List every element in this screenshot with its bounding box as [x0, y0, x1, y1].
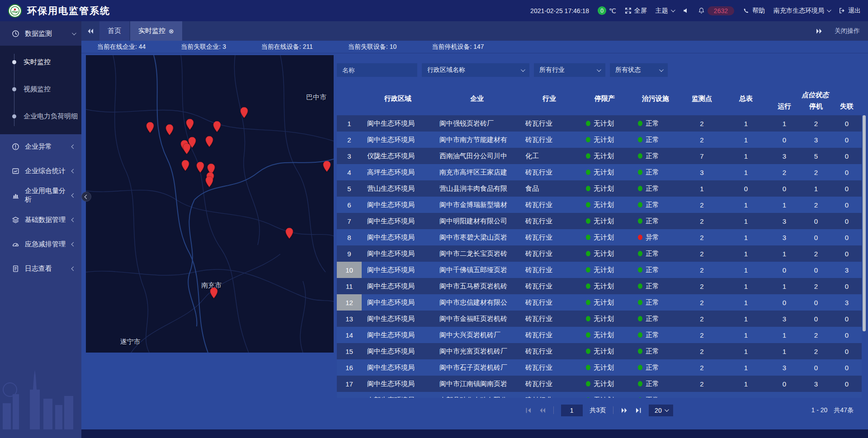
- map-pin[interactable]: [285, 227, 294, 239]
- fullscreen-button[interactable]: 全屏: [625, 7, 647, 15]
- cell-limit: 无计划: [579, 294, 631, 311]
- page-number-input[interactable]: 1: [561, 405, 583, 416]
- cell-limit: 无计划: [579, 245, 631, 262]
- sidebar-group-数据监测[interactable]: 数据监测: [0, 21, 81, 46]
- status-filter-select[interactable]: 所有状态: [610, 63, 668, 77]
- tabs-scroll-right-icon[interactable]: [816, 28, 823, 34]
- notifications[interactable]: 2632: [698, 6, 734, 15]
- table-row[interactable]: 16阆中生态环境局阆中市石子页岩机砖厂砖瓦行业无计划正常21300: [337, 359, 862, 376]
- last-page-button[interactable]: [635, 407, 642, 414]
- cell-limit: 无计划: [579, 327, 631, 343]
- col-index: [337, 82, 362, 115]
- map-pin[interactable]: [146, 122, 155, 133]
- col-limit: 停限产: [579, 82, 631, 115]
- tab-实时监控[interactable]: 实时监控⊗: [130, 21, 182, 41]
- help-button[interactable]: 帮助: [743, 7, 765, 15]
- table-row[interactable]: 14阆中生态环境局阆中大兴页岩机砖厂砖瓦行业无计划正常21120: [337, 327, 862, 343]
- table-row[interactable]: 18南部生态环境局南部县砂化土砖有限公建材行业无计划正常52050: [337, 392, 862, 398]
- cell-region: 阆中生态环境局: [362, 197, 434, 213]
- sidebar-group-应急减排管理[interactable]: 应急减排管理: [0, 232, 81, 256]
- sidebar-item-视频监控[interactable]: 视频监控: [0, 75, 81, 103]
- cell-region: 阆中生态环境局: [362, 132, 434, 148]
- status-dot-icon: [638, 365, 642, 370]
- sidebar-group-企业用电量分析[interactable]: 企业用电量分析: [0, 183, 81, 207]
- col-industry: 行业: [520, 82, 579, 115]
- cell-company: 阆中市金福旺页岩机砖: [434, 311, 520, 327]
- cell-meters: 1: [723, 294, 769, 311]
- status-dot-icon: [638, 121, 642, 126]
- chevron-left-icon: [71, 217, 76, 222]
- table-row[interactable]: 5营山生态环境局营山县润丰肉食品有限食品无计划正常10010: [337, 180, 862, 197]
- map-collapse-button[interactable]: [81, 192, 91, 202]
- table-row[interactable]: 1阆中生态环境局阆中强锐页岩砖厂砖瓦行业无计划正常21120: [337, 115, 862, 132]
- table-row[interactable]: 12阆中生态环境局阆中市忠信建材有限公砖瓦行业无计划正常21003: [337, 294, 862, 311]
- sidebar-group-基础数据管理[interactable]: 基础数据管理: [0, 207, 81, 232]
- status-dot-icon: [586, 218, 590, 224]
- cell-stop: 2: [800, 245, 832, 262]
- page-size-select[interactable]: 20: [649, 405, 673, 416]
- first-page-button[interactable]: [525, 407, 532, 414]
- cell-company: 阆中千佛镇五郎垭页岩: [434, 262, 520, 278]
- close-operations-button[interactable]: 关闭操作: [835, 27, 860, 35]
- sidebar-group-企业综合统计[interactable]: 企业综合统计: [0, 159, 81, 183]
- logout-button[interactable]: 退出: [839, 7, 861, 15]
- tab-首页[interactable]: 首页: [99, 21, 129, 41]
- cell-industry: 砖瓦行业: [520, 278, 579, 294]
- table-row[interactable]: 4高坪生态环境局南充市高坪区王家店建砖瓦行业无计划正常31220: [337, 164, 862, 180]
- table-row[interactable]: 7阆中生态环境局阆中明阳建材有限公司砖瓦行业无计划正常21300: [337, 213, 862, 229]
- map-pin[interactable]: [205, 176, 214, 188]
- cell-run: 1: [769, 278, 800, 294]
- cell-facility: 正常: [631, 294, 680, 311]
- cell-run: 0: [769, 294, 800, 311]
- prev-page-button[interactable]: [539, 407, 546, 414]
- org-dropdown[interactable]: 南充市生态环境局: [774, 7, 830, 15]
- map-panel[interactable]: 巴中市南充市遂宁市: [86, 55, 334, 353]
- cell-stop: 2: [800, 197, 832, 213]
- status-dot-icon: [638, 251, 642, 256]
- table-row[interactable]: 15阆中生态环境局阆中市光富页岩机砖厂砖瓦行业无计划正常21120: [337, 343, 862, 359]
- cell-meters: 1: [723, 229, 769, 245]
- cell-lost: 0: [832, 164, 862, 180]
- speaker-icon[interactable]: [683, 7, 689, 14]
- sidebar-item-实时监控[interactable]: 实时监控: [0, 48, 81, 75]
- table-scrollbar[interactable]: [863, 115, 866, 331]
- table-row[interactable]: 17阆中生态环境局阆中市江南镇阆南页岩砖瓦行业无计划正常21030: [337, 376, 862, 392]
- cell-company: 营山县润丰肉食品有限: [434, 180, 520, 197]
- stat-当前在线企业: 当前在线企业: 44: [97, 43, 146, 51]
- table-row[interactable]: 13阆中生态环境局阆中市金福旺页岩机砖砖瓦行业无计划正常21300: [337, 311, 862, 327]
- next-page-button[interactable]: [621, 407, 628, 414]
- map-pin[interactable]: [240, 107, 249, 118]
- map-pin[interactable]: [196, 161, 205, 173]
- sidebar-item-企业电力负荷明细[interactable]: 企业电力负荷明细: [0, 103, 81, 130]
- tab-close-icon[interactable]: ⊗: [169, 28, 174, 35]
- table-row[interactable]: 9阆中生态环境局阆中市二龙长宝页岩砖砖瓦行业无计划正常21120: [337, 245, 862, 262]
- map-pin[interactable]: [212, 121, 222, 132]
- table-row[interactable]: 8阆中生态环境局阆中市枣碧大梁山页岩砖瓦行业无计划异常21300: [337, 229, 862, 245]
- map-pin[interactable]: [165, 124, 174, 136]
- map-pin[interactable]: [185, 118, 194, 130]
- status-dot-icon: [586, 397, 590, 398]
- theme-dropdown[interactable]: 主题: [656, 7, 674, 15]
- cell-industry: 砖瓦行业: [520, 197, 579, 213]
- tabs-scroll-left-icon[interactable]: [81, 28, 99, 34]
- industry-filter-select[interactable]: 所有行业: [534, 63, 605, 77]
- table-row[interactable]: 10阆中生态环境局阆中千佛镇五郎垭页岩砖瓦行业无计划正常21003: [337, 262, 862, 278]
- name-filter-input[interactable]: [337, 63, 417, 77]
- map-pin[interactable]: [209, 287, 218, 299]
- table-row[interactable]: 11阆中生态环境局阆中市五马桥页岩机砖砖瓦行业无计划正常21120: [337, 278, 862, 294]
- table-row[interactable]: 3仪陇生态环境局西南油气田分公司川中化工无计划正常71350: [337, 148, 862, 164]
- sidebar-group-企业异常[interactable]: 企业异常: [0, 134, 81, 159]
- table-row[interactable]: 6阆中生态环境局阆中市金博瑞新型墙材砖瓦行业无计划正常21120: [337, 197, 862, 213]
- map-pin[interactable]: [182, 143, 191, 155]
- cell-points: 2: [680, 245, 723, 262]
- cell-company: 西南油气田分公司川中: [434, 148, 520, 164]
- cell-region: 阆中生态环境局: [362, 278, 434, 294]
- map-pin[interactable]: [322, 160, 331, 172]
- cell-company: 阆中市江南镇阆南页岩: [434, 376, 520, 392]
- sidebar-group-日志查看[interactable]: 日志查看: [0, 256, 81, 281]
- status-dot-icon: [638, 397, 642, 398]
- table-row[interactable]: 2阆中生态环境局阆中市南方节能建材有砖瓦行业无计划正常21030: [337, 132, 862, 148]
- map-pin[interactable]: [181, 160, 190, 171]
- map-pin[interactable]: [205, 136, 214, 147]
- region-filter-select[interactable]: 行政区域名称: [422, 63, 529, 77]
